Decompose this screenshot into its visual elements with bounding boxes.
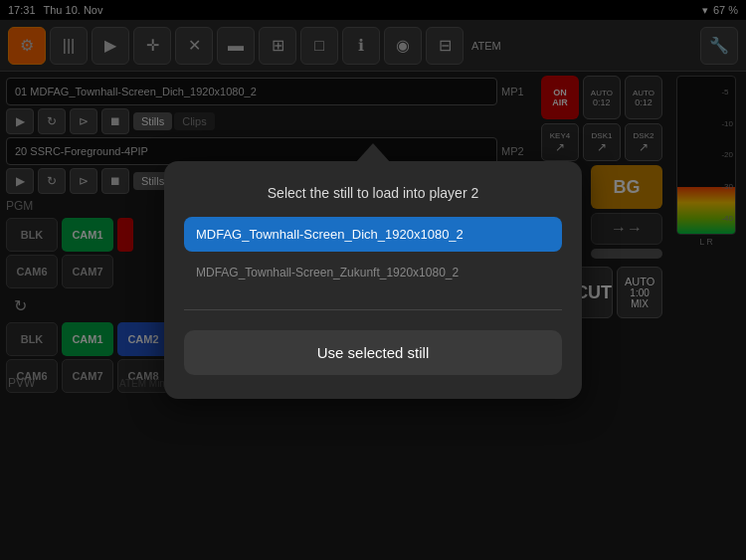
dialog-title: Select the still to load into player 2 (268, 185, 478, 201)
dialog-overlay[interactable]: Select the still to load into player 2 M… (0, 0, 746, 560)
dialog: Select the still to load into player 2 M… (164, 161, 582, 399)
dialog-separator (184, 309, 562, 310)
dialog-item-1[interactable]: MDFAG_Townhall-Screen_Zukunft_1920x1080_… (184, 256, 562, 289)
dialog-items: MDFAG_Townhall-Screen_Dich_1920x1080_2 M… (184, 217, 562, 289)
use-selected-still-button[interactable]: Use selected still (184, 330, 562, 375)
dialog-item-0[interactable]: MDFAG_Townhall-Screen_Dich_1920x1080_2 (184, 217, 562, 252)
